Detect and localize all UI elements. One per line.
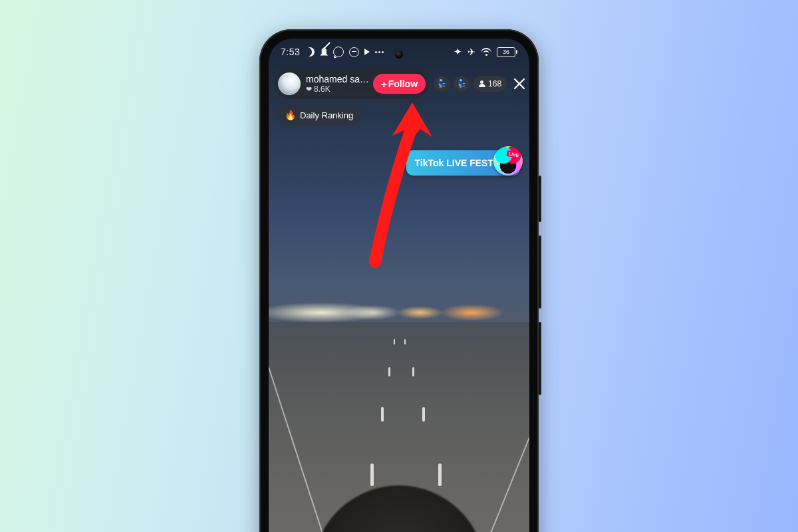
follow-label: Follow bbox=[388, 78, 418, 89]
dnd-moon-icon bbox=[305, 47, 315, 57]
wifi-icon bbox=[481, 48, 491, 56]
app-notif-icon bbox=[349, 47, 359, 57]
play-icon bbox=[364, 49, 370, 55]
daily-ranking-chip[interactable]: 🔥 Daily Ranking bbox=[277, 105, 361, 125]
streamer-chip[interactable]: mohamed sa… ❤ 8.6K + Follow bbox=[275, 68, 428, 99]
mute-icon bbox=[320, 47, 328, 57]
likes-count: 8.6K bbox=[314, 84, 331, 94]
streamer-info: mohamed sa… ❤ 8.6K bbox=[301, 74, 373, 94]
phone-volume-down bbox=[539, 322, 541, 395]
airplane-icon: ✈ bbox=[467, 47, 475, 57]
follow-button[interactable]: + Follow bbox=[373, 74, 426, 94]
streamer-likes: ❤ 8.6K bbox=[306, 84, 369, 94]
whatsapp-icon bbox=[333, 47, 344, 57]
more-notifs-icon bbox=[375, 51, 384, 53]
phone-volume-up bbox=[539, 235, 541, 309]
streamer-avatar[interactable] bbox=[278, 72, 301, 95]
person-icon bbox=[479, 80, 485, 87]
streamer-name: mohamed sa… bbox=[306, 74, 369, 84]
close-icon bbox=[513, 77, 526, 90]
guest-seat-2[interactable]: 💺 bbox=[454, 76, 469, 92]
status-time: 7:53 bbox=[281, 47, 300, 57]
ranking-label: Daily Ranking bbox=[300, 110, 353, 120]
heart-icon: ❤ bbox=[306, 85, 312, 94]
bluetooth-icon: ✦ bbox=[454, 46, 462, 58]
flame-icon: 🔥 bbox=[285, 110, 296, 120]
guest-seat-1[interactable]: 💺 bbox=[434, 76, 450, 92]
close-button[interactable] bbox=[511, 75, 528, 92]
live-header: mohamed sa… ❤ 8.6K + Follow 💺 💺 bbox=[275, 69, 523, 98]
phone-screen: 7:53 ✦ ✈ 36 bbox=[269, 39, 529, 532]
viewer-count[interactable]: 168 bbox=[473, 76, 507, 92]
front-camera bbox=[395, 51, 403, 59]
stage: 7:53 ✦ ✈ 36 bbox=[0, 0, 798, 532]
phone-frame: 7:53 ✦ ✈ 36 bbox=[259, 29, 539, 532]
live-fest-banner[interactable]: TikTok LIVE FEST LIVE bbox=[406, 150, 520, 176]
plus-icon: + bbox=[381, 79, 387, 89]
phone-side-button bbox=[539, 176, 541, 222]
fest-label: TikTok LIVE FEST bbox=[414, 158, 493, 168]
viewer-number: 168 bbox=[488, 79, 501, 88]
battery-level: 36 bbox=[497, 47, 515, 57]
battery-indicator: 36 bbox=[497, 47, 517, 57]
